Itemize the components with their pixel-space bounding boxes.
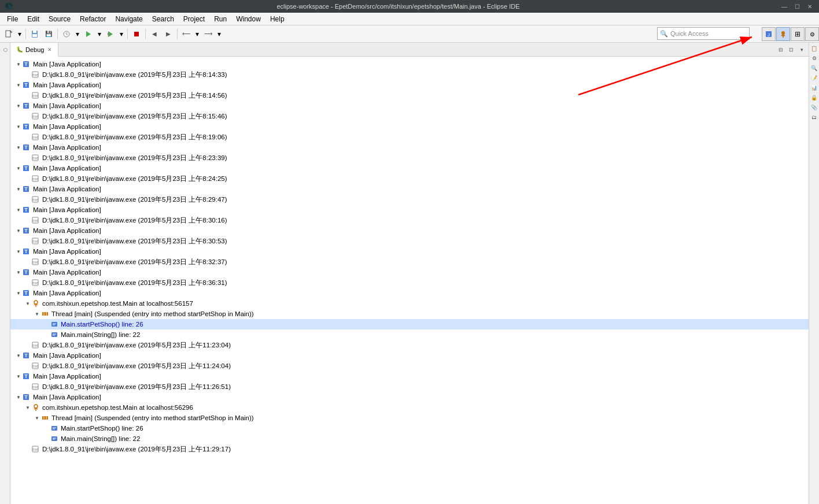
tree-item[interactable]: exeD:\jdk1.8.0_91\jre\bin\javaw.exe (201… <box>10 194 809 205</box>
menu-item-window[interactable]: Window <box>231 13 265 25</box>
perspective-debug-icon[interactable] <box>776 27 790 41</box>
tree-item[interactable]: Main.startPetShop() line: 26 <box>10 319 809 329</box>
tree-item[interactable]: ▼TMain [Java Application] <box>10 392 809 402</box>
tree-item[interactable]: ▼Thread [main] (Suspended (entry into me… <box>10 309 809 319</box>
menu-item-run[interactable]: Run <box>209 13 231 25</box>
forward-dropdown[interactable]: ▾ <box>216 29 223 39</box>
open-perspective-icon[interactable]: ⊞ <box>791 27 805 41</box>
debug-dropdown[interactable]: ▾ <box>118 29 125 39</box>
right-panel-btn-2[interactable]: ⚙ <box>810 54 819 63</box>
tree-item[interactable]: Main.main(String[]) line: 22 <box>10 433 809 444</box>
tree-item[interactable]: exeD:\jdk1.8.0_91\jre\bin\javaw.exe (201… <box>10 111 809 121</box>
tree-item[interactable]: Main.main(String[]) line: 22 <box>10 329 809 340</box>
tree-item[interactable]: ▼TMain [Java Application] <box>10 101 809 111</box>
tree-item[interactable]: exeD:\jdk1.8.0_91\jre\bin\javaw.exe (201… <box>10 236 809 246</box>
tree-item[interactable]: ▼TMain [Java Application] <box>10 142 809 153</box>
tree-arrow-icon <box>24 72 31 77</box>
tree-arrow-icon <box>24 280 31 286</box>
tree-item[interactable]: ▼TMain [Java Application] <box>10 225 809 236</box>
tree-item[interactable]: ▼com.itshixun.epetshop.test.Main at loca… <box>10 402 809 413</box>
next-edit-button[interactable]: ▶ <box>162 28 175 40</box>
run-button[interactable] <box>82 28 95 40</box>
tree-item-label: Main [Java Application] <box>33 394 101 401</box>
menu-item-project[interactable]: Project <box>179 13 209 25</box>
debug-content: ▼TMain [Java Application] exeD:\jdk1.8.0… <box>10 57 809 504</box>
tree-item[interactable]: exeD:\jdk1.8.0_91\jre\bin\javaw.exe (201… <box>10 215 809 225</box>
right-panel: 📋 ⚙ 🔍 📝 📊 🔒 📎 🗂 <box>809 43 819 504</box>
prev-edit-button[interactable]: ◀ <box>148 28 161 40</box>
debug-history-dropdown[interactable]: ▾ <box>74 29 81 39</box>
back-dropdown[interactable]: ▾ <box>194 29 201 39</box>
right-panel-btn-5[interactable]: 📊 <box>810 83 819 92</box>
right-panel-btn-1[interactable]: 📋 <box>810 44 819 53</box>
tree-item[interactable]: Main.startPetShop() line: 26 <box>10 423 809 433</box>
new-dropdown[interactable]: ▾ <box>16 29 23 39</box>
tree-item[interactable]: exeD:\jdk1.8.0_91\jre\bin\javaw.exe (201… <box>10 153 809 163</box>
tree-item[interactable]: ▼TMain [Java Application] <box>10 163 809 173</box>
debug-button[interactable] <box>104 28 117 40</box>
menu-item-navigate[interactable]: Navigate <box>110 13 147 25</box>
tree-item[interactable]: exeD:\jdk1.8.0_91\jre\bin\javaw.exe (201… <box>10 69 809 80</box>
close-button[interactable]: ✕ <box>805 2 814 11</box>
minimize-button[interactable]: — <box>780 2 789 11</box>
debug-tab-icon: 🐛 <box>16 46 23 53</box>
right-panel-btn-4[interactable]: 📝 <box>810 73 819 83</box>
tree-item[interactable]: exeD:\jdk1.8.0_91\jre\bin\javaw.exe (201… <box>10 132 809 142</box>
tree-item[interactable]: ▼TMain [Java Application] <box>10 267 809 277</box>
tree-item[interactable]: ▼TMain [Java Application] <box>10 80 809 90</box>
stop-button[interactable] <box>130 28 143 40</box>
debug-history-button[interactable] <box>60 28 73 40</box>
run-dropdown[interactable]: ▾ <box>96 29 103 39</box>
tree-item[interactable]: ▼TMain [Java Application] <box>10 59 809 69</box>
tree-item[interactable]: exeD:\jdk1.8.0_91\jre\bin\javaw.exe (201… <box>10 444 809 454</box>
right-panel-btn-6[interactable]: 🔒 <box>810 93 819 102</box>
minimize-view-button[interactable]: ⊟ <box>776 45 785 54</box>
tree-item[interactable]: ▼TMain [Java Application] <box>10 371 809 381</box>
tree-item[interactable]: exeD:\jdk1.8.0_91\jre\bin\javaw.exe (201… <box>10 381 809 392</box>
menu-item-refactor[interactable]: Refactor <box>75 13 110 25</box>
main-area: ⬡ 🐛 Debug ✕ ⊟ ⊡ ▾ ▼TMain [Java Applicati… <box>0 43 819 504</box>
svg-text:exe: exe <box>32 73 38 77</box>
maximize-button[interactable]: ☐ <box>792 2 802 11</box>
left-panel-btn-1[interactable]: ⬡ <box>1 45 10 54</box>
tree-item[interactable]: ▼TMain [Java Application] <box>10 350 809 361</box>
save-button[interactable] <box>28 28 41 40</box>
tree-item[interactable]: exeD:\jdk1.8.0_91\jre\bin\javaw.exe (201… <box>10 257 809 267</box>
debug-tab[interactable]: 🐛 Debug ✕ <box>10 43 58 57</box>
tree-arrow-icon: ▼ <box>34 416 40 421</box>
maximize-view-button[interactable]: ⊡ <box>787 45 796 54</box>
new-button[interactable] <box>2 28 15 40</box>
tree-item[interactable]: ▼TMain [Java Application] <box>10 205 809 215</box>
svg-text:exe: exe <box>32 343 38 347</box>
tree-item[interactable]: ▼Thread [main] (Suspended (entry into me… <box>10 413 809 423</box>
debug-tab-close[interactable]: ✕ <box>47 47 52 53</box>
menu-item-file[interactable]: File <box>2 13 23 25</box>
quick-access-input[interactable]: 🔍 Quick Access <box>657 27 750 40</box>
perspective-java-icon[interactable]: J <box>762 27 776 41</box>
tree-item[interactable]: ▼TMain [Java Application] <box>10 246 809 257</box>
tree-type-icon <box>31 403 40 412</box>
settings-icon[interactable]: ⚙ <box>805 27 819 41</box>
tree-item[interactable]: exeD:\jdk1.8.0_91\jre\bin\javaw.exe (201… <box>10 173 809 184</box>
svg-rect-71 <box>51 322 57 327</box>
tree-item[interactable]: ▼com.itshixun.epetshop.test.Main at loca… <box>10 298 809 309</box>
tree-item[interactable]: exeD:\jdk1.8.0_91\jre\bin\javaw.exe (201… <box>10 361 809 371</box>
tree-item-label: D:\jdk1.8.0_91\jre\bin\javaw.exe (2019年5… <box>42 71 227 79</box>
menu-item-search[interactable]: Search <box>147 13 179 25</box>
tree-item[interactable]: exeD:\jdk1.8.0_91\jre\bin\javaw.exe (201… <box>10 277 809 288</box>
right-panel-btn-3[interactable]: 🔍 <box>810 64 819 73</box>
tree-item[interactable]: ▼TMain [Java Application] <box>10 121 809 132</box>
tree-item[interactable]: exeD:\jdk1.8.0_91\jre\bin\javaw.exe (201… <box>10 340 809 350</box>
right-panel-btn-8[interactable]: 🗂 <box>810 113 819 122</box>
tree-item[interactable]: ▼TMain [Java Application] <box>10 288 809 298</box>
save-all-button[interactable]: 💾 <box>42 28 55 40</box>
tree-item[interactable]: ▼TMain [Java Application] <box>10 184 809 194</box>
menu-item-source[interactable]: Source <box>44 13 75 25</box>
tree-item[interactable]: exeD:\jdk1.8.0_91\jre\bin\javaw.exe (201… <box>10 90 809 101</box>
right-panel-btn-7[interactable]: 📎 <box>810 103 819 112</box>
back-button[interactable]: ⟵ <box>180 28 193 40</box>
menu-item-edit[interactable]: Edit <box>23 13 44 25</box>
view-menu-button[interactable]: ▾ <box>797 45 806 54</box>
menu-item-help[interactable]: Help <box>265 13 289 25</box>
forward-button[interactable]: ⟶ <box>202 28 215 40</box>
